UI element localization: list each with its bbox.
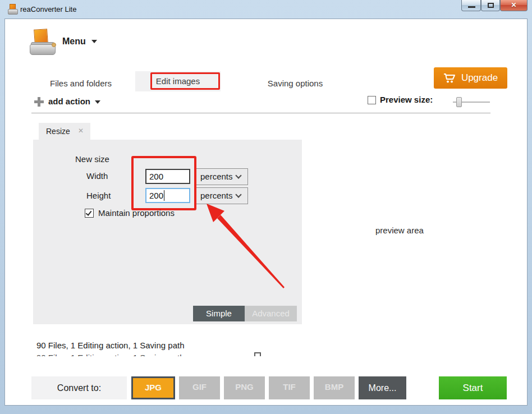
resize-tab-label: Resize (46, 127, 70, 136)
cart-icon (443, 73, 456, 84)
maintain-proportions-label: Maintain proportions (98, 208, 175, 218)
chevron-down-icon[interactable] (95, 100, 100, 104)
main-content: Menu Files and folders Edit images Savin… (4, 19, 528, 406)
maximize-icon (488, 3, 494, 8)
convert-to-label: Convert to: (31, 376, 127, 399)
preview-area-label: preview area (375, 226, 424, 235)
annotation-box-edit-images (150, 72, 220, 90)
toolbar-divider (31, 113, 490, 113)
format-button-tif[interactable]: TIF (269, 376, 310, 399)
tab-files-and-folders[interactable]: Files and folders (39, 75, 123, 92)
chevron-down-icon (235, 172, 241, 178)
app-logo-icon (7, 3, 19, 15)
tab-saving-options[interactable]: Saving options (250, 75, 340, 92)
start-button[interactable]: Start (439, 376, 507, 399)
app-window: { "window": { "title": "reaConverter Lit… (0, 0, 532, 414)
close-button[interactable]: ✕ (500, 0, 528, 11)
format-button-bmp[interactable]: BMP (314, 376, 355, 399)
format-button-png[interactable]: PNG (224, 376, 265, 399)
plus-icon (34, 97, 44, 107)
window-title: reaConverter Lite (20, 5, 76, 13)
width-label: Width (86, 171, 108, 181)
upgrade-button[interactable]: Upgrade (434, 67, 507, 89)
checkmark-icon (86, 209, 92, 216)
annotation-box-size-inputs (131, 156, 196, 210)
new-size-label: New size (75, 154, 109, 164)
minimize-button[interactable] (461, 0, 481, 11)
status-summary-clipped: 90 Files, 1 Editing action, 1 Saving pat… (36, 353, 230, 356)
format-button-gif[interactable]: GIF (179, 376, 220, 399)
resize-action-tab[interactable]: Resize ✕ (39, 123, 90, 140)
maintain-proportions-checkbox[interactable] (85, 209, 94, 218)
width-unit-select[interactable]: percents (195, 168, 248, 185)
advanced-mode-button[interactable]: Advanced (245, 306, 297, 321)
chevron-down-icon (91, 40, 97, 43)
height-label: Height (86, 191, 111, 200)
more-formats-button[interactable]: More... (359, 376, 406, 399)
preview-size-slider-thumb[interactable] (456, 97, 462, 107)
clipped-checkbox (254, 352, 261, 356)
format-button-jpg[interactable]: JPG (131, 376, 175, 399)
close-resize-tab-icon[interactable]: ✕ (78, 127, 84, 135)
status-summary: 90 Files, 1 Editing action, 1 Saving pat… (36, 341, 185, 350)
add-action-button[interactable]: add action (48, 96, 90, 106)
annotation-arrow (200, 197, 290, 292)
preview-size-label: Preview size: (380, 95, 433, 104)
maximize-button[interactable] (481, 0, 500, 11)
preview-size-checkbox[interactable] (368, 96, 376, 104)
menu-button[interactable]: Menu (62, 36, 97, 47)
minimize-icon (468, 6, 475, 8)
simple-mode-button[interactable]: Simple (193, 306, 245, 321)
close-icon: ✕ (511, 1, 516, 9)
app-logo (30, 29, 57, 56)
